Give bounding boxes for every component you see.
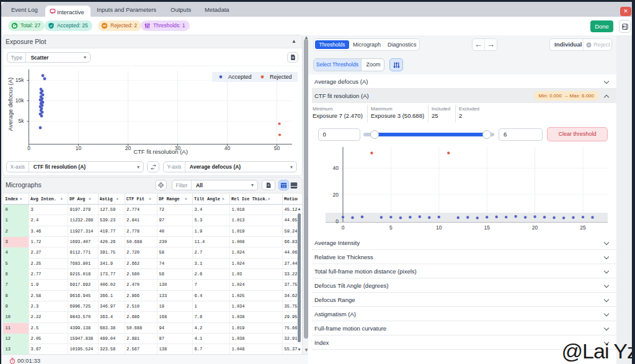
svg-text:10: 10: [436, 224, 442, 231]
svg-text:20: 20: [532, 224, 538, 231]
svg-text:15k: 15k: [16, 77, 24, 83]
svg-text:Average defocus (A): Average defocus (A): [7, 78, 14, 131]
svg-text:40: 40: [224, 145, 231, 151]
svg-text:40: 40: [333, 165, 339, 171]
svg-text:Rejected: Rejected: [270, 74, 292, 80]
svg-text:Accepted: Accepted: [228, 74, 252, 80]
svg-text:0: 0: [335, 218, 339, 224]
svg-text:10k: 10k: [16, 97, 24, 104]
svg-text:50: 50: [274, 145, 280, 151]
svg-text:CTF fit resolution (A): CTF fit resolution (A): [133, 148, 188, 155]
svg-text:20: 20: [125, 145, 131, 151]
svg-text:10: 10: [76, 145, 82, 151]
svg-text:5: 5: [389, 224, 393, 231]
svg-text:15: 15: [484, 224, 490, 231]
svg-text:20: 20: [333, 192, 339, 198]
svg-text:0: 0: [342, 224, 345, 231]
svg-text:5k: 5k: [19, 118, 25, 124]
svg-text:25: 25: [580, 224, 586, 231]
svg-text:0: 0: [27, 145, 30, 151]
